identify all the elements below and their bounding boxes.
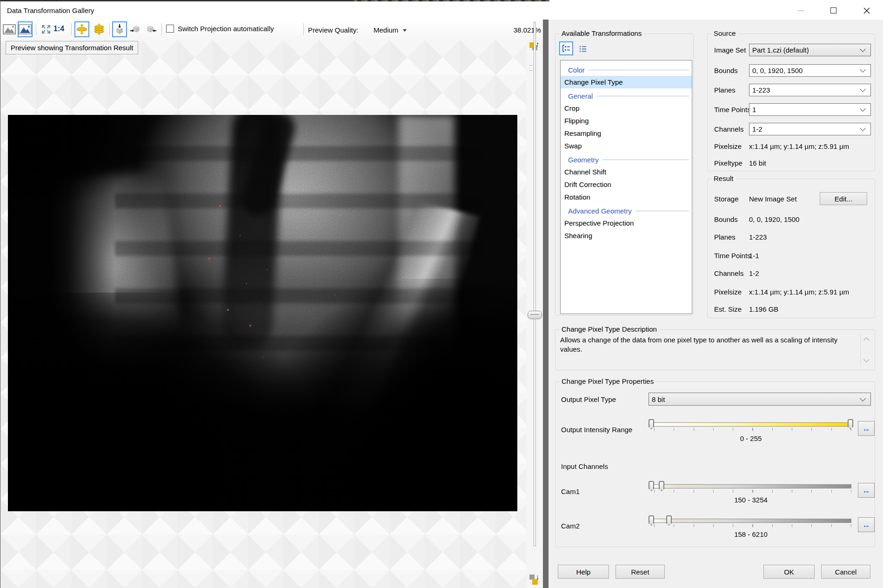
horizontal-arrows-icon: ↔ (863, 487, 870, 494)
image-set-label: Image Set (714, 46, 746, 54)
transformation-item[interactable]: Shearing (561, 229, 692, 242)
fit-cam2-range-button[interactable]: ↔ (858, 517, 875, 532)
output-pixel-type-dropdown[interactable]: 8 bit (649, 393, 871, 406)
cam2-label: Cam2 (561, 522, 580, 530)
cancel-button[interactable]: Cancel (821, 565, 870, 579)
view-left-projection-button[interactable] (128, 21, 143, 37)
grouped-view-toggle[interactable] (559, 41, 573, 55)
time-points-value: 1-1 (749, 252, 759, 260)
help-button[interactable]: Help (558, 565, 609, 579)
channels-dropdown[interactable]: 1-2 (749, 123, 871, 135)
available-transformations-group: Available Transformations Colo (555, 33, 694, 315)
result-group: Result Storage New Image Set Edit... Bou… (707, 179, 875, 318)
input-channels-label: Input Channels (561, 462, 608, 470)
transformation-item[interactable]: Crop (561, 102, 692, 114)
settings-panel: Available Transformations Colo (549, 20, 883, 588)
panel-splitter[interactable] (543, 20, 549, 588)
toolbar: 1:4 (0, 20, 543, 40)
toolbar-separator (303, 23, 304, 35)
source-title: Source (711, 29, 738, 37)
fit-cam1-range-button[interactable]: ↔ (858, 483, 875, 498)
preview-quality-dropdown[interactable]: Medium (374, 26, 407, 34)
properties-group: Change Pixel Type Properties Output Pixe… (555, 381, 875, 547)
minimize-icon (798, 10, 804, 11)
chevron-down-icon (860, 395, 866, 401)
planes-value: 1-223 (749, 233, 767, 241)
scan-shadow (257, 279, 517, 511)
time-points-label: Time Points (714, 106, 751, 114)
chevron-down-icon (860, 46, 866, 52)
cam2-range-value: 158 - 6210 (650, 530, 851, 538)
switch-projection-label: Switch Projection automatically (178, 25, 274, 33)
grouped-list-icon (562, 44, 571, 53)
scroll-down-icon[interactable] (863, 356, 870, 362)
transformation-item[interactable]: Swap (561, 140, 692, 152)
single-plane-projection-button[interactable] (74, 21, 89, 37)
channels-label: Channels (714, 125, 743, 133)
transformation-item[interactable]: Drift Correction (561, 178, 692, 191)
preview-result-button[interactable] (18, 21, 33, 37)
z-slider-track[interactable] (534, 22, 536, 546)
flat-list-icon (579, 45, 587, 53)
cam1-range-value: 150 - 3254 (650, 496, 851, 504)
transformation-item[interactable]: Rotation (561, 191, 692, 203)
est-size-label: Est. Size (714, 305, 742, 313)
minimize-button[interactable] (788, 1, 813, 20)
toolbar-separator (36, 23, 36, 35)
zoom-ratio-button[interactable]: 1:4 (54, 25, 69, 33)
transformation-item[interactable]: Flipping (561, 114, 692, 127)
range-min-handle[interactable] (649, 419, 654, 429)
image-set-dropdown[interactable]: Part 1.czi (default) (749, 44, 871, 56)
output-intensity-slider (650, 421, 851, 434)
description-title: Change Pixel Type Description (559, 325, 659, 333)
title-bar: Data Transformation Gallery (0, 1, 883, 20)
transformation-item[interactable]: Resampling (561, 127, 692, 140)
cube-left-arrow-icon (146, 24, 157, 35)
bounds-label: Bounds (714, 67, 738, 74)
bounds-value: 0, 0, 1920, 1500 (749, 215, 799, 223)
last-plane-button[interactable]: ↓ (528, 573, 541, 586)
single-plane-projection-icon (76, 23, 88, 35)
slider-ticks (654, 428, 851, 431)
fit-to-view-button[interactable] (39, 21, 54, 37)
slider-track[interactable] (650, 484, 851, 488)
bounds-dropdown[interactable]: 0, 0, 1920, 1500 (749, 64, 871, 77)
category-header: Advanced Geometry (561, 205, 692, 217)
time-points-dropdown[interactable]: 1 (749, 103, 871, 116)
edit-storage-button[interactable]: Edit... (820, 192, 867, 205)
maximize-button[interactable] (821, 1, 846, 20)
range-min-handle[interactable] (649, 515, 654, 526)
cube-right-arrow-icon (130, 24, 141, 35)
transformation-item[interactable]: Perspective Projection (561, 217, 692, 229)
pixeltype-label: Pixeltype (714, 159, 743, 167)
close-button[interactable] (854, 1, 879, 20)
description-text: Allows a change of the data from one pix… (560, 335, 852, 354)
slider-track[interactable] (650, 519, 851, 523)
z-slider-thumb[interactable] (528, 311, 542, 319)
storage-value: New Image Set (749, 195, 797, 203)
preview-source-button[interactable] (2, 21, 17, 37)
transformation-item[interactable]: Channel Shift (561, 166, 692, 178)
scroll-up-icon[interactable] (863, 337, 870, 343)
range-min-handle[interactable] (649, 481, 654, 491)
properties-title: Change Pixel Type Properties (559, 377, 656, 385)
switch-projection-checkbox[interactable]: Switch Projection automatically (166, 25, 274, 33)
cam1-label: Cam1 (561, 488, 580, 495)
planes-label: Planes (714, 233, 736, 241)
slider-track[interactable] (650, 422, 851, 427)
description-group: Change Pixel Type Description Allows a c… (555, 329, 875, 370)
view-top-projection-button[interactable] (112, 21, 127, 37)
transformation-item-selected[interactable]: Change Pixel Type (561, 76, 692, 88)
cube-top-arrow-icon (114, 24, 125, 35)
pixelsize-label: Pixelsize (714, 288, 742, 296)
stack-projection-button[interactable] (92, 21, 107, 37)
preview-image[interactable] (8, 115, 517, 511)
ok-button[interactable]: OK (763, 565, 815, 579)
preview-quality-value: Medium (374, 26, 398, 34)
planes-dropdown[interactable]: 1-223 (749, 84, 871, 96)
reset-button[interactable]: Reset (615, 565, 665, 579)
flat-view-toggle[interactable] (577, 43, 589, 55)
view-right-projection-button[interactable] (144, 21, 159, 37)
est-size-value: 1.196 GB (749, 305, 778, 313)
fit-output-range-button[interactable]: ↔ (858, 421, 875, 436)
